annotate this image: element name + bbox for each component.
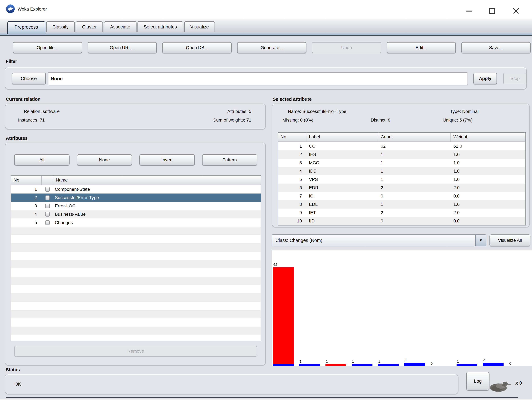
- label-stats-table: No. Label Count Weight 1CC6262.02IES11.0…: [278, 132, 526, 225]
- stop-filter-button: Stop: [503, 73, 527, 84]
- select-none-button[interactable]: None: [77, 154, 132, 166]
- histogram-bar-value-label: 1: [457, 359, 459, 364]
- stat-no: 5: [278, 175, 306, 184]
- attributes-section-label: Attributes: [6, 136, 28, 141]
- maximize-button[interactable]: [489, 8, 495, 14]
- weka-bird-icon: [488, 378, 513, 393]
- tab-classify[interactable]: Classify: [46, 21, 75, 32]
- open-file-button[interactable]: Open file...: [13, 42, 82, 53]
- attribute-checkbox[interactable]: [45, 220, 50, 225]
- tab-strip-highlight: [0, 32, 532, 35]
- tab-label: Preprocess: [14, 25, 38, 30]
- stats-row[interactable]: 2IES11.0: [278, 150, 526, 159]
- open-url-button[interactable]: Open URL...: [88, 42, 157, 53]
- tab-select-attributes[interactable]: Select attributes: [138, 21, 183, 32]
- select-all-button[interactable]: All: [14, 154, 70, 166]
- histogram-bar-segment: [378, 364, 399, 366]
- window-title: Weka Explorer: [18, 6, 47, 13]
- stats-table-body: 1CC6262.02IES11.03MCC11.04IDS11.05VPS11.…: [278, 142, 526, 225]
- main-tab-bar: Preprocess Classify Cluster Associate Se…: [0, 19, 532, 32]
- stat-weight: 1.0: [451, 159, 526, 167]
- class-attribute-dropdown[interactable]: Class: Changes (Nom) ▼: [272, 234, 486, 246]
- close-button[interactable]: [512, 7, 520, 15]
- tab-label: Select attributes: [144, 24, 177, 30]
- column-header-no: No.: [11, 176, 42, 185]
- stat-count: 1: [378, 200, 451, 209]
- attribute-checkbox[interactable]: [45, 212, 50, 217]
- selected-attribute-groupbox: Name: Successful/Error-Type Type: Nomina…: [272, 103, 530, 227]
- tab-visualize[interactable]: Visualize: [184, 21, 215, 32]
- stat-label: ICI: [306, 192, 378, 200]
- attribute-checkbox[interactable]: [45, 187, 50, 192]
- log-button[interactable]: Log: [466, 372, 489, 390]
- tab-associate[interactable]: Associate: [104, 21, 137, 32]
- invert-selection-button[interactable]: Invert: [139, 154, 195, 166]
- stats-row[interactable]: 10IID00.0: [278, 217, 526, 225]
- stat-count: 1: [378, 175, 451, 184]
- attribute-row[interactable]: 4Business-Value: [11, 210, 261, 218]
- stat-label: IET: [306, 209, 378, 217]
- class-distribution-histogram: 62111120120: [272, 250, 532, 366]
- histogram-bar-value-label: 2: [483, 358, 485, 362]
- stats-row[interactable]: 4IDS11.0: [278, 167, 526, 175]
- tab-strip-divider: [0, 35, 532, 36]
- column-header-name: Name: [53, 176, 261, 185]
- histogram-bar-value-label: 2: [405, 358, 406, 362]
- choose-filter-button[interactable]: Choose: [12, 73, 46, 84]
- stats-table-header: No. Label Count Weight: [278, 133, 526, 142]
- column-header-checkbox: [42, 176, 53, 185]
- histogram-bar-value-label: 1: [352, 359, 354, 364]
- stats-row[interactable]: 7ICI00.0: [278, 192, 526, 200]
- attribute-checkbox[interactable]: [45, 204, 50, 208]
- stat-count: 1: [378, 167, 451, 175]
- status-section-label: Status: [6, 367, 20, 372]
- attribute-row[interactable]: 3Error-LOC: [11, 202, 261, 210]
- stats-row[interactable]: 5VPS11.0: [278, 175, 526, 184]
- column-header-no: No.: [278, 133, 306, 141]
- title-bar: Weka Explorer: [0, 0, 532, 19]
- attribute-row[interactable]: 2Successful/Error-Type: [11, 193, 261, 202]
- stat-label: VPS: [306, 175, 378, 184]
- attribute-number: 2: [11, 193, 42, 202]
- tab-label: Classify: [52, 24, 69, 30]
- attribute-number: 1: [11, 185, 42, 193]
- attribute-number: 4: [11, 210, 42, 218]
- pattern-selection-button[interactable]: Pattern: [202, 154, 257, 166]
- attribute-row[interactable]: 5Changes: [11, 218, 261, 227]
- open-db-button[interactable]: Open DB...: [162, 42, 232, 53]
- stat-no: 6: [278, 184, 306, 192]
- histogram-bar-segment: [273, 364, 294, 366]
- stat-no: 3: [278, 159, 306, 167]
- generate-button[interactable]: Generate...: [237, 42, 306, 53]
- stat-weight: 1.0: [451, 200, 526, 209]
- edit-button[interactable]: Edit...: [387, 42, 456, 53]
- attribute-row[interactable]: 1Component-State: [11, 185, 261, 193]
- chevron-down-icon[interactable]: ▼: [475, 235, 486, 246]
- visualize-all-button[interactable]: Visualize All: [489, 234, 530, 246]
- stats-row[interactable]: 1CC6262.0: [278, 142, 526, 150]
- save-button[interactable]: Save...: [461, 42, 531, 53]
- stat-count: 62: [378, 142, 451, 150]
- attribute-number: 5: [11, 218, 42, 227]
- minimize-button[interactable]: [466, 11, 472, 12]
- filter-value-field[interactable]: None: [48, 72, 467, 85]
- apply-filter-button[interactable]: Apply: [473, 73, 497, 84]
- stat-count: 0: [378, 217, 451, 225]
- stat-weight: 62.0: [451, 142, 526, 150]
- filter-section-label: Filter: [6, 59, 17, 64]
- tab-cluster[interactable]: Cluster: [76, 21, 103, 32]
- relation-value: Relation: software: [24, 109, 60, 114]
- stats-row[interactable]: 8EDL11.0: [278, 200, 526, 209]
- stats-row[interactable]: 9IET22.0: [278, 209, 526, 217]
- attributes-table: No. Name 1Component-State2Successful/Err…: [11, 175, 261, 340]
- histogram-bar-segment: [456, 364, 477, 366]
- stats-row[interactable]: 3MCC11.0: [278, 159, 526, 167]
- attribute-name: Error-LOC: [53, 202, 261, 210]
- tab-preprocess[interactable]: Preprocess: [7, 21, 45, 34]
- unique-value: Unique: 5 (7%): [443, 118, 473, 123]
- stat-count: 1: [378, 159, 451, 167]
- attribute-checkbox[interactable]: [45, 195, 50, 200]
- stat-no: 8: [278, 200, 306, 209]
- file-toolbar: Open file... Open URL... Open DB... Gene…: [13, 42, 531, 53]
- stats-row[interactable]: 6EDR22.0: [278, 184, 526, 192]
